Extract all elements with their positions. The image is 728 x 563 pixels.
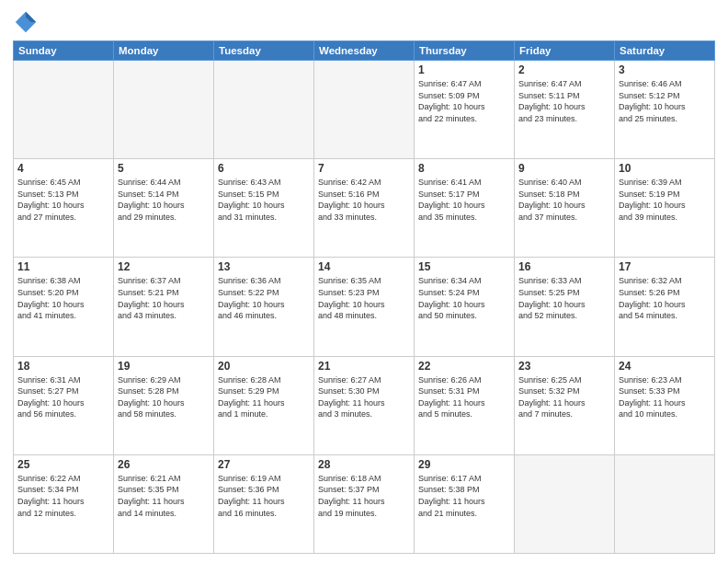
day-number: 18 [17, 360, 109, 373]
day-info: Sunrise: 6:45 AM Sunset: 5:13 PM Dayligh… [17, 177, 109, 223]
day-number: 19 [118, 360, 210, 373]
day-number: 9 [518, 162, 610, 175]
calendar-cell: 1Sunrise: 6:47 AM Sunset: 5:09 PM Daylig… [415, 61, 515, 159]
calendar-cell [314, 61, 415, 159]
day-info: Sunrise: 6:43 AM Sunset: 5:15 PM Dayligh… [218, 177, 310, 223]
day-info: Sunrise: 6:17 AM Sunset: 5:38 PM Dayligh… [418, 473, 510, 519]
day-info: Sunrise: 6:36 AM Sunset: 5:22 PM Dayligh… [218, 275, 310, 321]
weekday-header-friday: Friday [515, 41, 615, 61]
day-info: Sunrise: 6:33 AM Sunset: 5:25 PM Dayligh… [518, 275, 610, 321]
day-number: 25 [17, 458, 109, 471]
week-row-3: 18Sunrise: 6:31 AM Sunset: 5:27 PM Dayli… [14, 356, 715, 454]
day-info: Sunrise: 6:44 AM Sunset: 5:14 PM Dayligh… [118, 177, 210, 223]
calendar-cell: 10Sunrise: 6:39 AM Sunset: 5:19 PM Dayli… [615, 159, 715, 258]
calendar-cell [515, 454, 615, 553]
calendar-cell: 7Sunrise: 6:42 AM Sunset: 5:16 PM Daylig… [314, 159, 415, 258]
day-info: Sunrise: 6:46 AM Sunset: 5:12 PM Dayligh… [619, 78, 711, 124]
calendar-cell: 16Sunrise: 6:33 AM Sunset: 5:25 PM Dayli… [515, 258, 615, 356]
calendar-cell: 18Sunrise: 6:31 AM Sunset: 5:27 PM Dayli… [14, 356, 114, 454]
week-row-0: 1Sunrise: 6:47 AM Sunset: 5:09 PM Daylig… [14, 61, 715, 159]
day-number: 15 [418, 260, 510, 273]
calendar-table: SundayMondayTuesdayWednesdayThursdayFrid… [13, 40, 715, 554]
day-info: Sunrise: 6:22 AM Sunset: 5:34 PM Dayligh… [17, 473, 109, 519]
day-number: 26 [118, 458, 210, 471]
day-number: 16 [518, 260, 610, 273]
day-number: 2 [518, 63, 610, 76]
calendar-cell [14, 61, 114, 159]
week-row-1: 4Sunrise: 6:45 AM Sunset: 5:13 PM Daylig… [14, 159, 715, 258]
day-number: 10 [619, 162, 711, 175]
weekday-header-saturday: Saturday [615, 41, 715, 61]
day-number: 29 [418, 458, 510, 471]
calendar-cell [114, 61, 214, 159]
calendar-cell: 27Sunrise: 6:19 AM Sunset: 5:36 PM Dayli… [214, 454, 314, 553]
calendar-cell: 12Sunrise: 6:37 AM Sunset: 5:21 PM Dayli… [114, 258, 214, 356]
day-info: Sunrise: 6:18 AM Sunset: 5:37 PM Dayligh… [318, 473, 410, 519]
weekday-header-row: SundayMondayTuesdayWednesdayThursdayFrid… [14, 41, 715, 61]
day-info: Sunrise: 6:34 AM Sunset: 5:24 PM Dayligh… [418, 275, 510, 321]
logo-icon [13, 9, 39, 35]
weekday-header-wednesday: Wednesday [314, 41, 415, 61]
calendar-cell: 23Sunrise: 6:25 AM Sunset: 5:32 PM Dayli… [515, 356, 615, 454]
weekday-header-monday: Monday [114, 41, 214, 61]
week-row-2: 11Sunrise: 6:38 AM Sunset: 5:20 PM Dayli… [14, 258, 715, 356]
day-info: Sunrise: 6:38 AM Sunset: 5:20 PM Dayligh… [17, 275, 109, 321]
day-number: 1 [418, 63, 510, 76]
day-info: Sunrise: 6:23 AM Sunset: 5:33 PM Dayligh… [619, 374, 711, 420]
calendar-cell: 9Sunrise: 6:40 AM Sunset: 5:18 PM Daylig… [515, 159, 615, 258]
day-number: 22 [418, 360, 510, 373]
day-number: 14 [318, 260, 410, 273]
weekday-header-tuesday: Tuesday [214, 41, 314, 61]
day-info: Sunrise: 6:21 AM Sunset: 5:35 PM Dayligh… [118, 473, 210, 519]
calendar-cell: 19Sunrise: 6:29 AM Sunset: 5:28 PM Dayli… [114, 356, 214, 454]
day-number: 5 [118, 162, 210, 175]
day-info: Sunrise: 6:27 AM Sunset: 5:30 PM Dayligh… [318, 374, 410, 420]
day-number: 7 [318, 162, 410, 175]
weekday-header-sunday: Sunday [14, 41, 114, 61]
calendar-cell: 6Sunrise: 6:43 AM Sunset: 5:15 PM Daylig… [214, 159, 314, 258]
page: SundayMondayTuesdayWednesdayThursdayFrid… [0, 0, 728, 563]
calendar-cell: 28Sunrise: 6:18 AM Sunset: 5:37 PM Dayli… [314, 454, 415, 553]
week-row-4: 25Sunrise: 6:22 AM Sunset: 5:34 PM Dayli… [14, 454, 715, 553]
day-number: 23 [518, 360, 610, 373]
day-info: Sunrise: 6:29 AM Sunset: 5:28 PM Dayligh… [118, 374, 210, 420]
day-info: Sunrise: 6:41 AM Sunset: 5:17 PM Dayligh… [418, 177, 510, 223]
calendar-cell: 4Sunrise: 6:45 AM Sunset: 5:13 PM Daylig… [14, 159, 114, 258]
day-info: Sunrise: 6:37 AM Sunset: 5:21 PM Dayligh… [118, 275, 210, 321]
calendar-cell [615, 454, 715, 553]
calendar-cell: 26Sunrise: 6:21 AM Sunset: 5:35 PM Dayli… [114, 454, 214, 553]
day-number: 8 [418, 162, 510, 175]
calendar-cell: 3Sunrise: 6:46 AM Sunset: 5:12 PM Daylig… [615, 61, 715, 159]
calendar-cell: 20Sunrise: 6:28 AM Sunset: 5:29 PM Dayli… [214, 356, 314, 454]
calendar-cell: 14Sunrise: 6:35 AM Sunset: 5:23 PM Dayli… [314, 258, 415, 356]
day-info: Sunrise: 6:19 AM Sunset: 5:36 PM Dayligh… [218, 473, 310, 519]
calendar-cell: 17Sunrise: 6:32 AM Sunset: 5:26 PM Dayli… [615, 258, 715, 356]
calendar-cell: 2Sunrise: 6:47 AM Sunset: 5:11 PM Daylig… [515, 61, 615, 159]
calendar-cell: 15Sunrise: 6:34 AM Sunset: 5:24 PM Dayli… [415, 258, 515, 356]
calendar-cell: 5Sunrise: 6:44 AM Sunset: 5:14 PM Daylig… [114, 159, 214, 258]
day-number: 11 [17, 260, 109, 273]
calendar-cell: 11Sunrise: 6:38 AM Sunset: 5:20 PM Dayli… [14, 258, 114, 356]
day-info: Sunrise: 6:31 AM Sunset: 5:27 PM Dayligh… [17, 374, 109, 420]
day-info: Sunrise: 6:26 AM Sunset: 5:31 PM Dayligh… [418, 374, 510, 420]
logo [13, 9, 42, 35]
calendar-cell: 25Sunrise: 6:22 AM Sunset: 5:34 PM Dayli… [14, 454, 114, 553]
day-info: Sunrise: 6:25 AM Sunset: 5:32 PM Dayligh… [518, 374, 610, 420]
day-info: Sunrise: 6:28 AM Sunset: 5:29 PM Dayligh… [218, 374, 310, 420]
day-number: 28 [318, 458, 410, 471]
day-info: Sunrise: 6:40 AM Sunset: 5:18 PM Dayligh… [518, 177, 610, 223]
day-number: 12 [118, 260, 210, 273]
day-number: 13 [218, 260, 310, 273]
calendar-cell: 13Sunrise: 6:36 AM Sunset: 5:22 PM Dayli… [214, 258, 314, 356]
calendar-cell: 21Sunrise: 6:27 AM Sunset: 5:30 PM Dayli… [314, 356, 415, 454]
day-number: 24 [619, 360, 711, 373]
calendar-cell: 8Sunrise: 6:41 AM Sunset: 5:17 PM Daylig… [415, 159, 515, 258]
day-number: 20 [218, 360, 310, 373]
weekday-header-thursday: Thursday [415, 41, 515, 61]
day-number: 6 [218, 162, 310, 175]
day-info: Sunrise: 6:42 AM Sunset: 5:16 PM Dayligh… [318, 177, 410, 223]
calendar-cell: 29Sunrise: 6:17 AM Sunset: 5:38 PM Dayli… [415, 454, 515, 553]
day-info: Sunrise: 6:32 AM Sunset: 5:26 PM Dayligh… [619, 275, 711, 321]
day-number: 27 [218, 458, 310, 471]
day-info: Sunrise: 6:35 AM Sunset: 5:23 PM Dayligh… [318, 275, 410, 321]
